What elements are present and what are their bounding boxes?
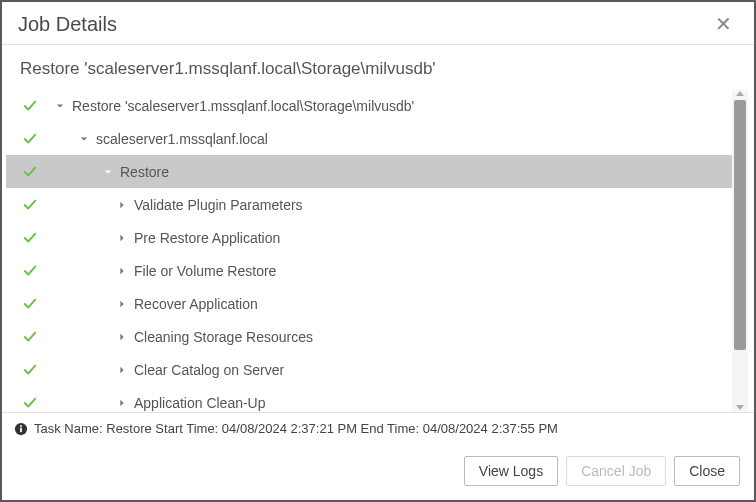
tree-row-content: File or Volume Restore xyxy=(54,263,276,279)
scroll-up-icon[interactable] xyxy=(736,91,744,96)
tree-row[interactable]: Pre Restore Application xyxy=(6,221,732,254)
cancel-job-button: Cancel Job xyxy=(566,456,666,486)
tree-row-label: File or Volume Restore xyxy=(134,263,276,279)
tree-row[interactable]: Restore 'scaleserver1.mssqlanf.local\Sto… xyxy=(6,89,732,122)
tree-row-label: Cleaning Storage Resources xyxy=(134,329,313,345)
chevron-right-icon[interactable] xyxy=(116,300,128,308)
job-subtitle: Restore 'scaleserver1.mssqlanf.local\Sto… xyxy=(2,45,754,89)
status-bar: Task Name: Restore Start Time: 04/08/202… xyxy=(2,412,754,444)
tree-row-label: scaleserver1.mssqlanf.local xyxy=(96,131,268,147)
tree-row-label: Restore xyxy=(120,164,169,180)
close-icon[interactable]: ✕ xyxy=(709,12,738,36)
dialog-title: Job Details xyxy=(18,13,117,36)
check-icon xyxy=(6,165,54,179)
check-icon xyxy=(6,132,54,146)
check-icon xyxy=(6,297,54,311)
tree-row[interactable]: File or Volume Restore xyxy=(6,254,732,287)
svg-point-2 xyxy=(20,424,22,426)
svg-rect-1 xyxy=(20,427,22,431)
tree-row-content: Clear Catalog on Server xyxy=(54,362,284,378)
tree-row[interactable]: Restore xyxy=(6,155,732,188)
tree-row-content: scaleserver1.mssqlanf.local xyxy=(54,131,268,147)
job-details-dialog: Job Details ✕ Restore 'scaleserver1.mssq… xyxy=(2,2,754,500)
close-button[interactable]: Close xyxy=(674,456,740,486)
chevron-down-icon[interactable] xyxy=(78,135,90,143)
tree-row-label: Clear Catalog on Server xyxy=(134,362,284,378)
chevron-down-icon[interactable] xyxy=(102,168,114,176)
status-text: Task Name: Restore Start Time: 04/08/202… xyxy=(34,421,558,436)
tree-row-content: Pre Restore Application xyxy=(54,230,280,246)
tree-row-content: Cleaning Storage Resources xyxy=(54,329,313,345)
scroll-down-icon[interactable] xyxy=(736,405,744,410)
check-icon xyxy=(6,99,54,113)
tree-row-content: Restore xyxy=(54,164,169,180)
tree-row[interactable]: Clear Catalog on Server xyxy=(6,353,732,386)
info-icon xyxy=(14,422,28,436)
check-icon xyxy=(6,264,54,278)
dialog-header: Job Details ✕ xyxy=(2,2,754,45)
view-logs-button[interactable]: View Logs xyxy=(464,456,558,486)
check-icon xyxy=(6,396,54,410)
tree-row-label: Pre Restore Application xyxy=(134,230,280,246)
chevron-right-icon[interactable] xyxy=(116,234,128,242)
chevron-right-icon[interactable] xyxy=(116,333,128,341)
tree-row-label: Application Clean-Up xyxy=(134,395,266,411)
tree-row-content: Validate Plugin Parameters xyxy=(54,197,303,213)
tree-row-content: Recover Application xyxy=(54,296,258,312)
chevron-right-icon[interactable] xyxy=(116,201,128,209)
tree-row[interactable]: scaleserver1.mssqlanf.local xyxy=(6,122,732,155)
chevron-down-icon[interactable] xyxy=(54,102,66,110)
chevron-right-icon[interactable] xyxy=(116,267,128,275)
tree-container: Restore 'scaleserver1.mssqlanf.local\Sto… xyxy=(2,89,754,412)
tree-row-label: Restore 'scaleserver1.mssqlanf.local\Sto… xyxy=(72,98,414,114)
check-icon xyxy=(6,198,54,212)
job-tree[interactable]: Restore 'scaleserver1.mssqlanf.local\Sto… xyxy=(2,89,732,412)
tree-row-label: Recover Application xyxy=(134,296,258,312)
tree-row-content: Restore 'scaleserver1.mssqlanf.local\Sto… xyxy=(54,98,414,114)
tree-row-label: Validate Plugin Parameters xyxy=(134,197,303,213)
tree-row[interactable]: Cleaning Storage Resources xyxy=(6,320,732,353)
tree-row[interactable]: Validate Plugin Parameters xyxy=(6,188,732,221)
tree-row[interactable]: Application Clean-Up xyxy=(6,386,732,412)
scroll-thumb[interactable] xyxy=(734,100,746,350)
scrollbar[interactable] xyxy=(732,89,748,412)
chevron-right-icon[interactable] xyxy=(116,399,128,407)
check-icon xyxy=(6,363,54,377)
check-icon xyxy=(6,231,54,245)
tree-row[interactable]: Recover Application xyxy=(6,287,732,320)
chevron-right-icon[interactable] xyxy=(116,366,128,374)
check-icon xyxy=(6,330,54,344)
tree-row-content: Application Clean-Up xyxy=(54,395,266,411)
dialog-footer: View Logs Cancel Job Close xyxy=(2,444,754,500)
